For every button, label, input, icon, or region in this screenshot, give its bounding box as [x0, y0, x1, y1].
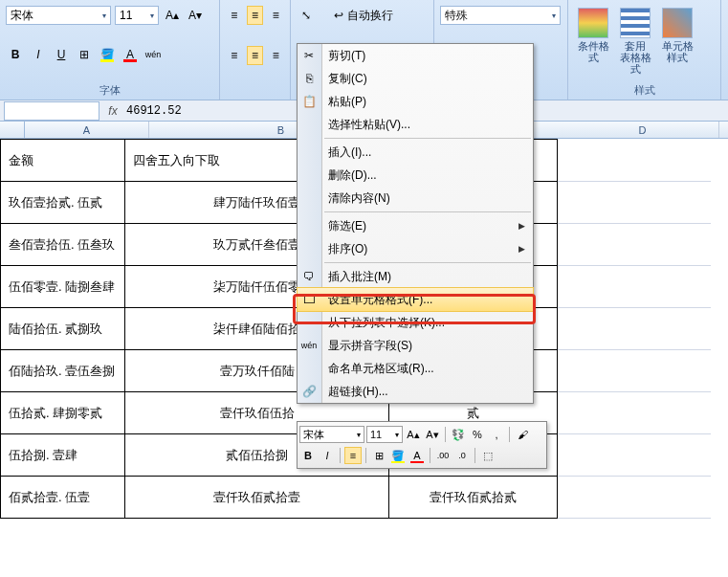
cell[interactable]: 伍拾捌. 壹肆	[1, 434, 125, 477]
cell[interactable]	[558, 308, 711, 350]
cell[interactable]	[558, 350, 711, 392]
cell[interactable]: 壹仟玖佰贰拾贰	[389, 477, 558, 519]
cell-style-button[interactable]: 单元格 样式	[658, 4, 696, 75]
menu-item-insert-comment[interactable]: 🗨插入批注(M)	[298, 265, 533, 288]
cell[interactable]	[558, 477, 711, 519]
mini-decrease-decimal-button[interactable]: .0	[453, 447, 471, 464]
submenu-arrow-icon: ▶	[518, 244, 525, 254]
align-left-button[interactable]: ≡	[226, 46, 243, 65]
mini-font-size-combo[interactable]: 11▾	[366, 426, 403, 443]
cell[interactable]	[558, 266, 711, 308]
menu-item-paste-special[interactable]: 选择性粘贴(V)...	[298, 113, 533, 136]
underline-button[interactable]: U	[52, 45, 71, 64]
mini-font-color-button[interactable]: A	[408, 447, 426, 464]
mini-border-button[interactable]: ⊞	[370, 447, 387, 464]
align-bottom-button[interactable]: ≡	[267, 6, 284, 25]
phonetic-button[interactable]: wén	[143, 45, 163, 64]
menu-label: 排序(O)	[328, 241, 367, 257]
mini-accounting-button[interactable]: 💱	[450, 426, 467, 443]
grow-font-button[interactable]: A▴	[163, 6, 182, 25]
mini-format-painter-button[interactable]: 🖌	[514, 426, 531, 443]
styles-group-label: 样式	[574, 81, 715, 98]
menu-item-hyperlink[interactable]: 🔗超链接(H)...	[298, 380, 533, 403]
menu-item-delete[interactable]: 删除(D)...	[298, 164, 533, 187]
menu-label: 清除内容(N)	[328, 190, 390, 207]
cell[interactable]	[558, 140, 711, 182]
mini-percent-button[interactable]: %	[469, 426, 486, 443]
menu-item-dropdown-pick[interactable]: 从下拉列表中选择(K)...	[298, 311, 533, 334]
menu-label: 复制(C)	[328, 71, 367, 87]
fill-color-button[interactable]: 🪣	[98, 45, 117, 64]
pinyin-icon: wén	[301, 338, 317, 353]
conditional-format-button[interactable]: 条件格式	[574, 4, 612, 75]
cell[interactable]	[558, 434, 711, 477]
mini-font-name-combo[interactable]: 宋体▾	[299, 426, 364, 443]
cell[interactable]: 伍拾贰. 肆捌零贰	[1, 392, 125, 434]
menu-label: 选择性粘贴(V)...	[328, 117, 410, 133]
align-middle-button[interactable]: ≡	[247, 6, 264, 25]
mini-increase-decimal-button[interactable]: .00	[434, 447, 452, 464]
border-button[interactable]: ⊞	[75, 45, 94, 64]
mini-italic-button[interactable]: I	[319, 447, 336, 464]
orientation-button[interactable]: ⤡	[297, 6, 316, 25]
col-header-a[interactable]: A	[25, 122, 149, 138]
menu-item-cut[interactable]: ✂剪切(T)	[298, 44, 533, 67]
mini-align-center-button[interactable]: ≡	[344, 447, 362, 464]
cell[interactable]: 金额	[1, 140, 125, 182]
cell[interactable]: 伍佰零壹. 陆捌叁肆	[1, 266, 125, 308]
menu-label: 筛选(E)	[328, 218, 366, 234]
font-name-combo[interactable]: 宋体▾	[6, 6, 111, 25]
mini-bold-button[interactable]: B	[299, 447, 317, 464]
align-center-button[interactable]: ≡	[247, 46, 264, 65]
cell[interactable]: 佰陆拾玖. 壹伍叁捌	[1, 350, 125, 392]
menu-item-format-cells[interactable]: 🗔设置单元格格式(F)...	[298, 288, 533, 311]
number-format-combo[interactable]: 特殊▾	[440, 6, 561, 25]
font-color-button[interactable]: A	[121, 45, 140, 64]
mini-merge-button[interactable]: ⬚	[479, 447, 496, 464]
menu-item-paste[interactable]: 📋粘贴(P)	[298, 90, 533, 113]
mini-fill-color-button[interactable]: 🪣	[389, 447, 407, 464]
align-top-button[interactable]: ≡	[226, 6, 243, 25]
mini-comma-button[interactable]: ,	[488, 426, 505, 443]
menu-label: 插入批注(M)	[328, 269, 391, 285]
cell[interactable]: 陆佰拾伍. 贰捌玖	[1, 308, 125, 350]
menu-item-copy[interactable]: ⎘复制(C)	[298, 67, 533, 90]
ribbon-group-font: 宋体▾ 11▾ A▴ A▾ B I U ⊞ 🪣 A wén 字体	[0, 0, 220, 100]
name-box[interactable]	[4, 101, 99, 121]
ribbon-group-align: ≡ ≡ ≡ ≡ ≡ ≡	[220, 0, 291, 100]
mini-separator	[365, 448, 366, 463]
menu-label: 命名单元格区域(R)...	[328, 361, 434, 377]
menu-item-sort[interactable]: 排序(O)▶	[298, 237, 533, 260]
mini-grow-font-button[interactable]: A▴	[405, 426, 422, 443]
align-right-button[interactable]: ≡	[267, 46, 284, 65]
mini-toolbar: 宋体▾ 11▾ A▴ A▾ 💱 % , 🖌 B I ≡ ⊞ 🪣 A .00 .0…	[297, 421, 547, 469]
cell[interactable]	[558, 392, 711, 434]
cell[interactable]: 叁佰壹拾伍. 伍叁玖	[1, 224, 125, 266]
cell[interactable]	[558, 224, 711, 266]
menu-item-show-pinyin[interactable]: wén显示拼音字段(S)	[298, 334, 533, 357]
menu-label: 粘贴(P)	[328, 94, 366, 110]
cell[interactable]: 玖佰壹拾贰. 伍贰	[1, 182, 125, 224]
italic-button[interactable]: I	[29, 45, 48, 64]
cell[interactable]: 壹仟玖佰贰拾壹	[125, 477, 389, 519]
mini-shrink-font-button[interactable]: A▾	[424, 426, 441, 443]
bold-button[interactable]: B	[6, 45, 25, 64]
wrap-text-label: 自动换行	[347, 8, 393, 24]
menu-item-insert[interactable]: 插入(I)...	[298, 141, 533, 164]
shrink-font-button[interactable]: A▾	[186, 6, 205, 25]
table-format-button[interactable]: 套用 表格格式	[616, 4, 654, 75]
select-all-corner[interactable]	[0, 122, 25, 138]
col-header-d[interactable]: D	[566, 122, 719, 138]
mini-separator	[509, 427, 510, 442]
cell[interactable]: 佰贰拾壹. 伍壹	[1, 477, 125, 519]
cell[interactable]	[558, 182, 711, 224]
ribbon-group-styles: 条件格式 套用 表格格式 单元格 样式 样式	[568, 0, 721, 100]
wrap-text-button[interactable]: ↩自动换行	[329, 6, 398, 25]
fx-label[interactable]: fx	[103, 104, 122, 118]
font-size-combo[interactable]: 11▾	[115, 6, 159, 25]
menu-item-name-range[interactable]: 命名单元格区域(R)...	[298, 357, 533, 380]
mini-separator	[445, 427, 446, 442]
menu-item-filter[interactable]: 筛选(E)▶	[298, 214, 533, 237]
menu-label: 插入(I)...	[328, 144, 371, 161]
menu-item-clear[interactable]: 清除内容(N)	[298, 187, 533, 210]
